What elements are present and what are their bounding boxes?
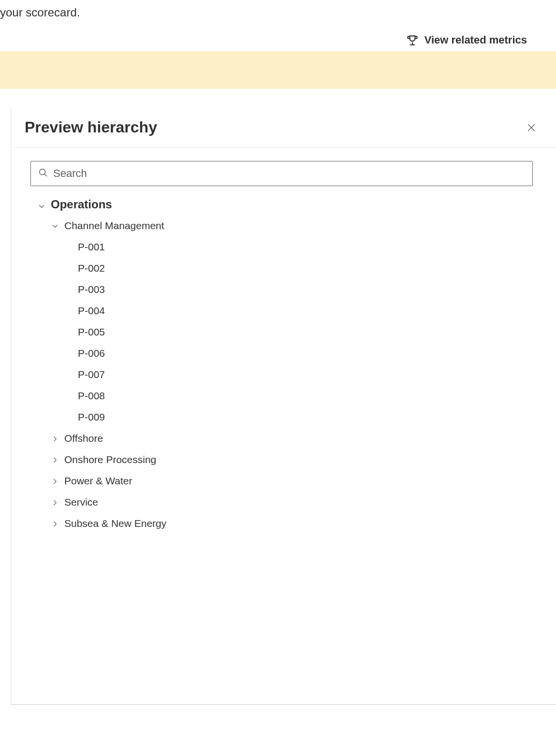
- tree-node[interactable]: Onshore Processing: [30, 449, 533, 470]
- panel-header: Preview hierarchy: [11, 107, 556, 147]
- tree-leaf[interactable]: P-009: [30, 407, 533, 428]
- tree-node-label: Service: [64, 496, 98, 508]
- tree-leaf-label: P-004: [78, 305, 105, 317]
- chevron-down-icon: [37, 200, 46, 209]
- search-icon: [38, 167, 48, 180]
- tree-leaf-label: P-008: [78, 390, 105, 402]
- tree-leaf-label: P-005: [78, 326, 105, 338]
- tree-leaf-label: P-009: [78, 411, 105, 423]
- tree-leaf[interactable]: P-006: [30, 343, 533, 364]
- close-button[interactable]: [524, 120, 539, 135]
- tree-leaf[interactable]: P-005: [30, 321, 533, 343]
- panel-body: Operations Channel Management P-001 P-00…: [11, 147, 556, 704]
- tree-node-label: Operations: [51, 198, 112, 211]
- view-related-metrics-label: View related metrics: [424, 34, 527, 46]
- chevron-right-icon: [51, 519, 59, 528]
- tree-leaf[interactable]: P-001: [30, 236, 533, 258]
- tree-leaf-label: P-006: [78, 348, 105, 359]
- tree-node[interactable]: Offshore: [30, 428, 533, 449]
- svg-line-3: [44, 174, 46, 176]
- tree-node-label: Subsea & New Energy: [64, 518, 166, 529]
- tree-node[interactable]: Service: [30, 492, 533, 513]
- view-related-metrics-link[interactable]: View related metrics: [0, 34, 556, 46]
- tree-node[interactable]: Subsea & New Energy: [30, 513, 533, 534]
- tree-node-label: Power & Water: [64, 475, 132, 487]
- chevron-right-icon: [51, 434, 59, 443]
- info-banner: [0, 51, 556, 89]
- tree-leaf-label: P-002: [78, 262, 105, 274]
- tree-node-label: Offshore: [64, 433, 103, 444]
- tree-leaf-label: P-003: [78, 284, 105, 295]
- tree-node[interactable]: Channel Management: [30, 215, 533, 236]
- tree-leaf[interactable]: P-008: [30, 385, 533, 407]
- panel-title: Preview hierarchy: [25, 118, 157, 136]
- search-field[interactable]: [30, 161, 533, 186]
- tree-leaf[interactable]: P-003: [30, 279, 533, 300]
- chevron-right-icon: [51, 498, 59, 507]
- tree-leaf[interactable]: P-002: [30, 258, 533, 279]
- search-input[interactable]: [53, 167, 526, 180]
- trophy-icon: [406, 34, 419, 46]
- tree-node-label: Channel Management: [64, 220, 164, 232]
- hierarchy-tree: Operations Channel Management P-001 P-00…: [30, 194, 533, 534]
- tree-leaf[interactable]: P-004: [30, 300, 533, 321]
- preview-hierarchy-panel: Preview hierarchy: [11, 106, 556, 705]
- tree-node[interactable]: Power & Water: [30, 470, 533, 492]
- tree-node-root[interactable]: Operations: [30, 194, 533, 215]
- chevron-right-icon: [51, 455, 59, 464]
- tree-leaf-label: P-001: [78, 241, 105, 253]
- tree-leaf[interactable]: P-007: [30, 364, 533, 385]
- chevron-down-icon: [51, 221, 59, 230]
- tree-node-label: Onshore Processing: [64, 454, 156, 465]
- context-text: your scorecard.: [0, 6, 556, 19]
- context-text-content: your scorecard.: [0, 6, 80, 19]
- chevron-right-icon: [51, 477, 59, 485]
- tree-leaf-label: P-007: [78, 369, 105, 380]
- close-icon: [526, 122, 537, 133]
